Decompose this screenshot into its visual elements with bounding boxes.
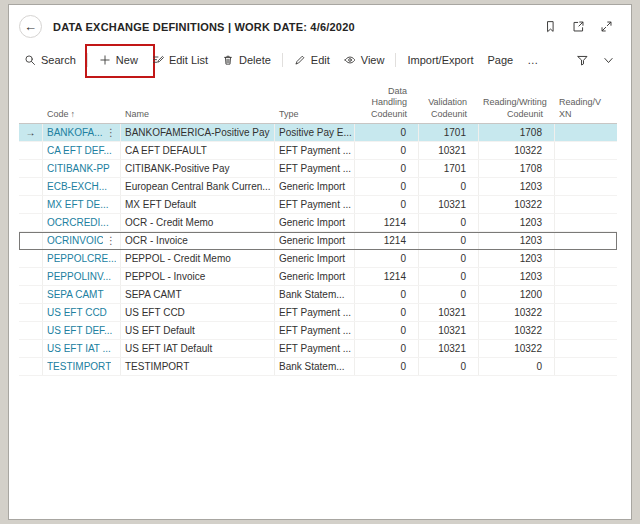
code-link[interactable]: CA EFT DEF... — [47, 145, 112, 156]
chevron-down-icon[interactable] — [602, 54, 615, 67]
table-row[interactable]: ECB-EXCH...European Central Bank Curren.… — [19, 178, 617, 196]
code-link[interactable]: BANKOFA... — [47, 127, 103, 138]
cell-reading_writing: 1203 — [479, 214, 555, 231]
code-link[interactable]: PEPPOLINV... — [47, 271, 111, 282]
cell-name: OCR - Invoice — [121, 232, 275, 249]
edit-button[interactable]: Edit — [287, 50, 337, 70]
table-row[interactable]: US EFT IAT ...US EFT IAT DefaultEFT Paym… — [19, 340, 617, 358]
cell-type: EFT Payment ... — [275, 142, 355, 159]
cell-type: EFT Payment ... — [275, 196, 355, 213]
cell-reading_writing: 10322 — [479, 304, 555, 321]
table-header-row: Code↑NameTypeData Handling CodeunitValid… — [19, 86, 617, 124]
column-header-code[interactable]: Code↑ — [43, 109, 121, 120]
cell-type: Generic Import — [275, 178, 355, 195]
row-indicator: → — [19, 124, 43, 141]
table-row[interactable]: OCRCREDI...OCR - Credit MemoGeneric Impo… — [19, 214, 617, 232]
cell-data_handling: 0 — [355, 142, 419, 159]
code-link[interactable]: OCRCREDI... — [47, 217, 109, 228]
column-header-reading_writing[interactable]: Reading/Writing Codeunit — [479, 97, 555, 120]
column-header-validation[interactable]: Validation Codeunit — [419, 97, 479, 120]
sort-ascending-icon: ↑ — [71, 109, 76, 119]
column-header-xmlport[interactable]: Reading/V XN — [555, 97, 617, 120]
cell-code: OCRINVOICE⋮ — [43, 232, 121, 249]
cell-reading_writing: 10322 — [479, 340, 555, 357]
row-menu-icon[interactable]: ⋮ — [103, 127, 116, 138]
cell-xmlport — [555, 358, 617, 375]
code-link[interactable]: OCRINVOICE — [47, 235, 103, 246]
cell-name: SEPA CAMT — [121, 286, 275, 303]
cell-validation: 0 — [419, 268, 479, 285]
column-header-data_handling[interactable]: Data Handling Codeunit — [355, 86, 419, 120]
cell-type: Generic Import — [275, 268, 355, 285]
code-link[interactable]: US EFT CCD — [47, 307, 107, 318]
code-link[interactable]: CITIBANK-PP — [47, 163, 110, 174]
code-link[interactable]: SEPA CAMT — [47, 289, 104, 300]
filter-icon[interactable] — [576, 54, 589, 67]
column-header-label: Code — [47, 109, 69, 119]
column-header-name[interactable]: Name — [121, 109, 275, 120]
cell-type: Positive Pay E... — [275, 124, 355, 141]
column-header-label: Reading/Writing Codeunit — [483, 97, 547, 118]
table-body: →BANKOFA...⋮BANKOFAMERICA-Positive PayPo… — [19, 124, 617, 376]
code-link[interactable]: ECB-EXCH... — [47, 181, 107, 192]
table-row[interactable]: MX EFT DE...MX EFT DefaultEFT Payment ..… — [19, 196, 617, 214]
search-button[interactable]: Search — [17, 50, 83, 70]
toolbar-right-icons — [576, 54, 615, 67]
back-button[interactable]: ← — [19, 15, 42, 38]
row-indicator — [19, 358, 43, 375]
column-header-type[interactable]: Type — [275, 109, 355, 120]
row-indicator — [19, 178, 43, 195]
row-menu-icon[interactable]: ⋮ — [103, 235, 116, 246]
cell-name: US EFT Default — [121, 322, 275, 339]
code-link[interactable]: US EFT IAT ... — [47, 343, 111, 354]
cell-xmlport — [555, 322, 617, 339]
column-header-label: Name — [125, 109, 149, 119]
table-row[interactable]: TESTIMPORTTESTIMPORTBank Statem...000 — [19, 358, 617, 376]
code-link[interactable]: TESTIMPORT — [47, 361, 111, 372]
data-exchange-definitions-window: ← DATA EXCHANGE DEFINITIONS | WORK DATE:… — [8, 4, 632, 520]
page-button[interactable]: Page — [480, 50, 520, 70]
cell-name: US EFT IAT Default — [121, 340, 275, 357]
cell-name: PEPPOL - Invoice — [121, 268, 275, 285]
code-link[interactable]: US EFT DEF... — [47, 325, 112, 336]
more-options-button[interactable]: … — [520, 50, 545, 70]
code-link[interactable]: PEPPOLCRE... — [47, 253, 116, 264]
cell-validation: 0 — [419, 232, 479, 249]
bookmark-icon[interactable] — [544, 20, 557, 33]
cell-data_handling: 0 — [355, 196, 419, 213]
cell-data_handling: 0 — [355, 322, 419, 339]
cell-validation: 10321 — [419, 304, 479, 321]
toolbar-item-label: New — [116, 54, 138, 66]
column-header-label: Reading/V XN — [559, 97, 601, 118]
cell-xmlport — [555, 268, 617, 285]
toolbar-item-label: Import/Export — [407, 54, 473, 66]
column-header-label: Type — [279, 109, 299, 119]
expand-icon[interactable] — [600, 20, 613, 33]
table-row[interactable]: US EFT DEF...US EFT DefaultEFT Payment .… — [19, 322, 617, 340]
cell-reading_writing: 10322 — [479, 322, 555, 339]
import-export-button[interactable]: Import/Export — [400, 50, 480, 70]
row-indicator — [19, 322, 43, 339]
new-button[interactable]: New — [92, 50, 145, 70]
table-row[interactable]: PEPPOLCRE...PEPPOL - Credit MemoGeneric … — [19, 250, 617, 268]
code-link[interactable]: MX EFT DE... — [47, 199, 109, 210]
edit-list-button[interactable]: Edit List — [145, 50, 215, 70]
view-button[interactable]: View — [337, 50, 392, 70]
view-icon — [344, 54, 356, 66]
popout-icon[interactable] — [572, 20, 585, 33]
cell-code: CITIBANK-PP — [43, 160, 121, 177]
table-row[interactable]: OCRINVOICE⋮OCR - InvoiceGeneric Import12… — [19, 232, 617, 250]
cell-reading_writing: 1200 — [479, 286, 555, 303]
cell-type: Generic Import — [275, 214, 355, 231]
table-row[interactable]: CITIBANK-PPCITIBANK-Positive PayEFT Paym… — [19, 160, 617, 178]
table-row[interactable]: CA EFT DEF...CA EFT DEFAULTEFT Payment .… — [19, 142, 617, 160]
table-row[interactable]: SEPA CAMTSEPA CAMTBank Statem...001200 — [19, 286, 617, 304]
cell-xmlport — [555, 196, 617, 213]
cell-data_handling: 0 — [355, 304, 419, 321]
cell-type: EFT Payment ... — [275, 160, 355, 177]
table-row[interactable]: →BANKOFA...⋮BANKOFAMERICA-Positive PayPo… — [19, 124, 617, 142]
table-row[interactable]: US EFT CCDUS EFT CCDEFT Payment ...01032… — [19, 304, 617, 322]
cell-xmlport — [555, 178, 617, 195]
table-row[interactable]: PEPPOLINV...PEPPOL - InvoiceGeneric Impo… — [19, 268, 617, 286]
delete-button[interactable]: Delete — [215, 50, 278, 70]
